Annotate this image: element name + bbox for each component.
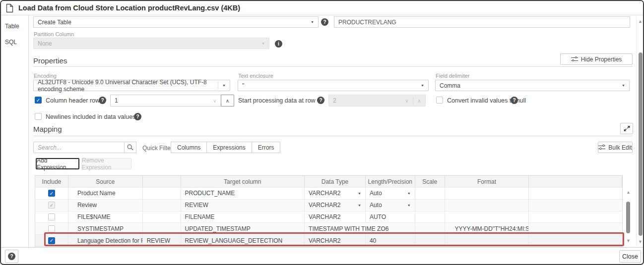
length-cell: 40 xyxy=(366,235,415,246)
close-button[interactable]: Close xyxy=(619,250,641,263)
header-format: Format xyxy=(445,176,529,187)
filler-cell xyxy=(529,223,622,234)
filler-cell xyxy=(529,235,622,246)
chevron-down-icon: ∨ xyxy=(401,98,413,104)
footer-divider xyxy=(1,247,643,248)
data-type-cell: TIMESTAMP WITH TIME ZO6 xyxy=(305,223,415,234)
text-enclosure-select[interactable]: " ▼ xyxy=(238,80,429,91)
scroll-down-icon[interactable]: ▼ xyxy=(637,239,644,244)
mapping-heading: Mapping xyxy=(33,125,62,133)
source-cell: Language Detection for REVIEW ✎ xyxy=(68,235,143,246)
table-scrollbar[interactable]: ▲ ▼ xyxy=(624,188,633,245)
scale-cell xyxy=(415,212,445,223)
column-header-row-spinner[interactable]: 1 ∨ ∧ xyxy=(110,95,234,106)
filter-columns-button[interactable]: Columns xyxy=(171,142,207,153)
include-checkbox[interactable] xyxy=(48,213,55,220)
target-column-cell: FILENAME xyxy=(181,212,305,223)
field-delimiter-select[interactable]: Comma ▼ xyxy=(435,80,630,91)
properties-divider xyxy=(33,66,633,67)
help-button[interactable]: ? xyxy=(5,250,18,263)
encoding-value: AL32UTF8 - Unicode 9.0 Universal Charact… xyxy=(38,79,218,93)
data-type-cell: VARCHAR2 xyxy=(305,212,366,223)
properties-heading: Properties xyxy=(33,56,67,65)
table-row[interactable]: FILE$NAME FILENAME VARCHAR2 AUTO xyxy=(35,211,622,223)
search-icon xyxy=(127,144,133,151)
expand-icon xyxy=(624,125,630,132)
length-cell: AUTO xyxy=(366,212,415,223)
header-length-precision: Length/Precision xyxy=(366,176,415,187)
filter-expressions-button[interactable]: Expressions xyxy=(207,142,252,153)
add-expression-button[interactable]: Add Expression xyxy=(36,158,79,169)
filter-sliders-icon xyxy=(598,145,605,151)
length-select[interactable]: Auto▼ xyxy=(366,200,415,211)
hide-properties-button[interactable]: Hide Properties xyxy=(560,53,633,65)
column-header-row-value: 1 xyxy=(111,97,209,104)
scroll-down-icon[interactable]: ▼ xyxy=(624,238,633,243)
dialog-scrollbar[interactable]: ▲ ▼ xyxy=(636,16,644,246)
data-type-select[interactable]: VARCHAR2▼ xyxy=(305,188,366,199)
question-icon[interactable]: ? xyxy=(317,97,324,104)
partition-column-value: None xyxy=(38,40,52,47)
bulk-edit-label: Bulk Edit xyxy=(608,144,632,151)
source-cell: Review xyxy=(68,200,143,211)
format-cell xyxy=(445,212,529,223)
mapping-table: Include Source Target column Data Type L… xyxy=(35,175,623,247)
chevron-down-icon: ∨ xyxy=(209,98,221,104)
search-input[interactable]: Search... xyxy=(33,142,125,153)
load-option-value: Create Table xyxy=(38,19,71,26)
filter-sliders-icon xyxy=(571,56,578,62)
table-row[interactable]: SYSTIMESTAMP UPDATED_TIMESTAMP TIMESTAMP… xyxy=(35,222,622,234)
expand-mapping-button[interactable] xyxy=(620,123,633,134)
encoding-label: Encoding xyxy=(34,73,57,79)
question-icon[interactable]: ? xyxy=(321,18,328,26)
partition-column-select: None ▼ xyxy=(33,38,269,49)
start-row-value: 2 xyxy=(329,97,401,104)
question-icon[interactable]: ? xyxy=(99,97,106,104)
chevron-down-icon: ▼ xyxy=(311,20,314,24)
table-name-input[interactable]: PRODUCTREVLANG xyxy=(334,16,630,28)
scroll-up-icon[interactable]: ▲ xyxy=(624,190,633,195)
filter-errors-button[interactable]: Errors xyxy=(252,142,281,153)
header-target-column: Target column xyxy=(181,176,305,187)
load-option-select[interactable]: Create Table ▼ xyxy=(33,16,319,28)
scrollbar-thumb[interactable] xyxy=(626,202,630,233)
question-icon: ? xyxy=(8,253,15,260)
question-icon[interactable]: ? xyxy=(134,113,141,120)
column-header-row-checkbox[interactable]: ✓ xyxy=(35,97,42,104)
filler-cell xyxy=(529,200,622,211)
sidebar-item-sql[interactable]: SQL xyxy=(5,39,17,46)
scrollbar-thumb[interactable] xyxy=(639,53,643,236)
bulk-edit-button[interactable]: Bulk Edit xyxy=(598,142,633,153)
search-placeholder: Search... xyxy=(38,144,62,151)
header-expression-source xyxy=(143,176,181,187)
table-row[interactable]: ✓ Review REVIEW VARCHAR2▼ Auto▼ xyxy=(35,199,622,211)
newlines-checkbox[interactable] xyxy=(35,113,42,120)
scale-cell xyxy=(415,235,445,246)
file-icon xyxy=(6,3,13,13)
include-checkbox[interactable]: ✓ xyxy=(48,237,55,244)
table-row[interactable]: ✓ Product Name PRODUCT_NAME VARCHAR2▼ Au… xyxy=(35,187,622,199)
encoding-select[interactable]: AL32UTF8 - Unicode 9.0 Universal Charact… xyxy=(33,80,230,91)
include-checkbox[interactable]: ✓ xyxy=(48,190,55,197)
dialog-title: Load Data from Cloud Store Location prod… xyxy=(18,4,240,12)
chevron-down-icon: ▼ xyxy=(358,192,365,195)
include-checkbox[interactable] xyxy=(48,225,55,232)
sidebar-item-table[interactable]: Table xyxy=(5,23,19,30)
include-checkbox: ✓ xyxy=(48,202,55,209)
length-select[interactable]: Auto▼ xyxy=(366,188,415,199)
info-icon[interactable]: i xyxy=(275,40,282,48)
chevron-up-icon[interactable]: ∧ xyxy=(221,95,234,106)
format-cell xyxy=(445,200,529,211)
convert-invalid-checkbox[interactable] xyxy=(436,97,443,104)
newlines-label: Newlines included in data values xyxy=(46,113,135,120)
chevron-down-icon: ▼ xyxy=(622,84,625,87)
start-row-label: Start processing data at row xyxy=(238,97,316,104)
search-button[interactable] xyxy=(125,142,136,153)
source-cell: SYSTIMESTAMP xyxy=(68,223,143,234)
data-type-value: VARCHAR2 xyxy=(309,202,340,209)
data-type-select[interactable]: VARCHAR2▼ xyxy=(305,200,366,211)
table-row-expression[interactable]: ✓ Language Detection for REVIEW ✎ REVIEW… xyxy=(35,234,622,246)
target-column-cell: PRODUCT_NAME xyxy=(181,188,305,199)
question-icon[interactable]: ? xyxy=(511,97,518,104)
scroll-up-icon[interactable]: ▲ xyxy=(637,19,644,24)
